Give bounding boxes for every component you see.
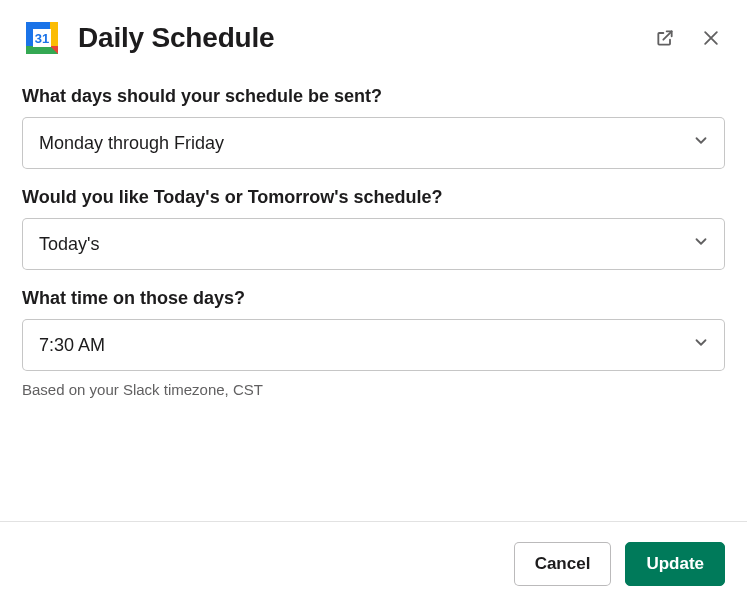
modal-body: What days should your schedule be sent? … xyxy=(0,66,747,521)
which-select-value: Today's xyxy=(39,234,99,255)
time-select[interactable]: 7:30 AM xyxy=(22,319,725,371)
close-icon[interactable] xyxy=(697,24,725,52)
modal-header: 31 Daily Schedule xyxy=(0,0,747,66)
chevron-down-icon xyxy=(692,132,710,155)
modal-title: Daily Schedule xyxy=(78,22,651,54)
daily-schedule-modal: 31 Daily Schedule What days should your … xyxy=(0,0,747,606)
svg-text:31: 31 xyxy=(35,31,49,46)
chevron-down-icon xyxy=(692,334,710,357)
days-label: What days should your schedule be sent? xyxy=(22,86,725,107)
open-external-icon[interactable] xyxy=(651,24,679,52)
google-calendar-icon: 31 xyxy=(22,18,62,58)
cancel-button[interactable]: Cancel xyxy=(514,542,612,586)
days-select-value: Monday through Friday xyxy=(39,133,224,154)
update-button[interactable]: Update xyxy=(625,542,725,586)
which-select[interactable]: Today's xyxy=(22,218,725,270)
which-label: Would you like Today's or Tomorrow's sch… xyxy=(22,187,725,208)
time-label: What time on those days? xyxy=(22,288,725,309)
header-actions xyxy=(651,24,725,52)
chevron-down-icon xyxy=(692,233,710,256)
time-select-value: 7:30 AM xyxy=(39,335,105,356)
timezone-helper: Based on your Slack timezone, CST xyxy=(22,381,725,398)
modal-footer: Cancel Update xyxy=(0,521,747,606)
days-select[interactable]: Monday through Friday xyxy=(22,117,725,169)
